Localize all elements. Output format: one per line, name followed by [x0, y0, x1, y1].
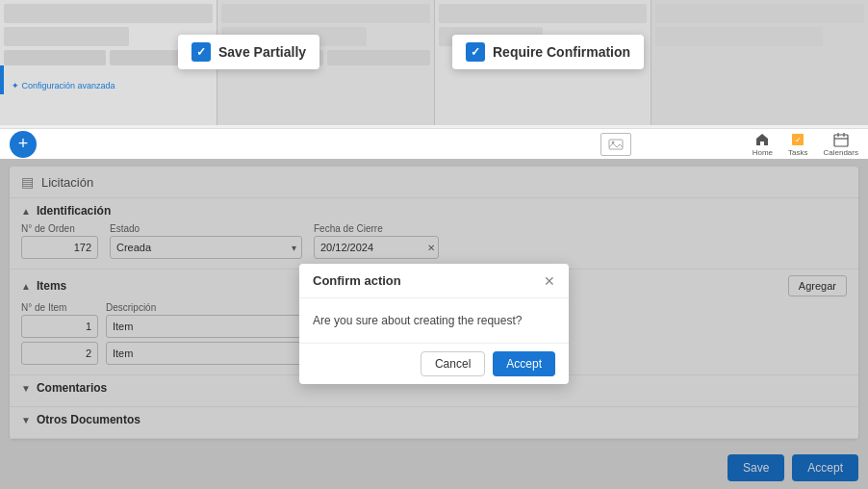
confirm-check-icon: ✓ — [466, 42, 485, 62]
modal-cancel-button[interactable]: Cancel — [421, 351, 485, 376]
require-confirmation-badge: ✓ Require Confirmation — [452, 35, 644, 69]
home-icon-item[interactable]: Home — [753, 132, 773, 157]
calendars-label: Calendars — [824, 148, 858, 157]
modal-close-button[interactable]: ✕ — [544, 274, 555, 288]
modal-overlay: Confirm action ✕ Are you sure about crea… — [0, 159, 868, 489]
top-banner: ✦ Configuración avanzada ✓ Save Partiall… — [0, 0, 868, 159]
top-background: ✦ Configuración avanzada — [0, 0, 868, 125]
top-col-inner-5 — [439, 4, 648, 23]
modal-footer: Cancel Accept — [299, 343, 569, 384]
modal-body-text: Are you sure about creating the request? — [313, 314, 522, 327]
toolbar-left: + — [10, 131, 37, 158]
main-content: ▤ Licitación ▲ Identificación N° de Orde… — [0, 159, 868, 489]
calendars-icon-item[interactable]: Calendars — [824, 132, 858, 157]
svg-rect-0 — [609, 140, 623, 149]
top-col-inner-8 — [655, 27, 822, 46]
blue-stripe — [0, 65, 4, 94]
home-label: Home — [753, 148, 773, 157]
modal-accept-button[interactable]: Accept — [493, 351, 555, 376]
confirm-modal: Confirm action ✕ Are you sure about crea… — [299, 264, 569, 384]
svg-text:✓: ✓ — [795, 136, 802, 144]
image-placeholder — [600, 133, 631, 156]
top-col-inner-2 — [4, 27, 129, 46]
modal-body: Are you sure about creating the request? — [299, 298, 569, 343]
top-col-inner-1 — [4, 4, 213, 23]
svg-rect-4 — [834, 135, 848, 146]
top-col-inner-7 — [655, 4, 864, 23]
top-col-inner-3 — [221, 4, 430, 23]
modal-title: Confirm action — [313, 273, 401, 288]
top-col-4 — [651, 0, 868, 125]
save-partially-label: Save Partially — [218, 44, 306, 60]
modal-header: Confirm action ✕ — [299, 264, 569, 298]
config-link: ✦ Configuración avanzada — [12, 81, 115, 90]
toolbar-icons: Home ✓ Tasks Calendars — [753, 132, 858, 157]
save-check-icon: ✓ — [191, 42, 211, 62]
add-button[interactable]: + — [10, 131, 37, 158]
save-partially-badge: ✓ Save Partially — [178, 35, 319, 69]
tasks-label: Tasks — [788, 148, 807, 157]
require-confirmation-label: Require Confirmation — [493, 44, 630, 60]
toolbar-row: + Home ✓ Tasks — [0, 128, 868, 159]
tasks-icon-item[interactable]: ✓ Tasks — [788, 132, 807, 157]
